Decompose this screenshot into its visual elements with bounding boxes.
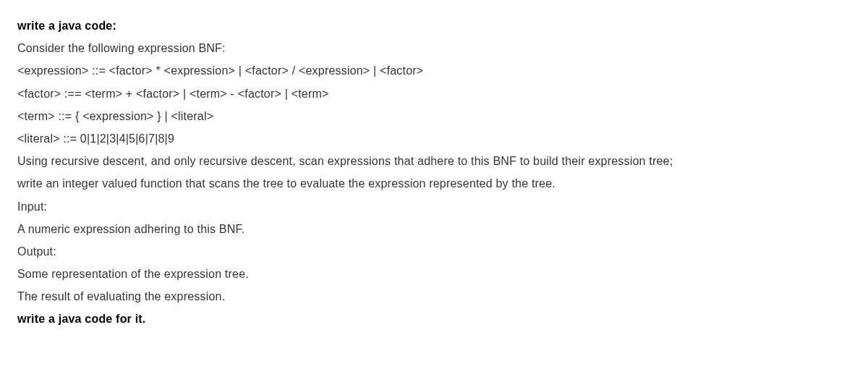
text-line: write an integer valued function that sc… — [17, 172, 851, 195]
text-line: A numeric expression adhering to this BN… — [17, 218, 851, 240]
bnf-line: <expression> ::= <factor> * <expression>… — [17, 59, 851, 82]
document-body: write a java code: Consider the followin… — [17, 14, 851, 331]
text-line: Consider the following expression BNF: — [17, 37, 851, 59]
heading-line: write a java code: — [17, 14, 851, 37]
text-line: Some representation of the expression tr… — [17, 263, 851, 285]
text-line: Using recursive descent, and only recurs… — [17, 150, 851, 172]
bnf-line: <literal> ::= 0|1|2|3|4|5|6|7|8|9 — [17, 127, 851, 150]
bnf-line: <term> ::= { <expression> } | <literal> — [17, 105, 851, 127]
text-line: Output: — [17, 240, 851, 263]
text-line: The result of evaluating the expression. — [17, 285, 851, 308]
bnf-line: <factor> :== <term> + <factor> | <term> … — [17, 82, 851, 105]
text-line: Input: — [17, 195, 851, 218]
closing-line: write a java code for it. — [17, 308, 851, 330]
